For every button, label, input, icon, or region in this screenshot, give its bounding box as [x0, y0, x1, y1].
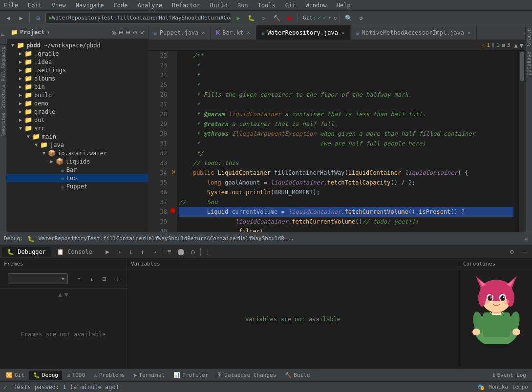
tree-root[interactable]: ▼ 📁 pbdd ~/workspace/pbdd — [7, 41, 148, 49]
sidebar-expand-button[interactable]: ⊞ — [126, 28, 130, 36]
debug-button[interactable]: 🐛 — [246, 13, 256, 23]
tree-item-gradle[interactable]: ▶ 📁 .gradle — [7, 49, 148, 58]
menu-item-navigate[interactable]: Navigate — [74, 1, 106, 10]
back-button[interactable]: ◀ — [3, 13, 14, 23]
bottom-tab-database-changes[interactable]: 🗄 Database Changes — [213, 371, 280, 380]
left-tool-structure[interactable]: Structure — [0, 83, 6, 111]
debug-evaluate-button[interactable]: ≡ — [164, 247, 175, 257]
menu-item-refactor[interactable]: Refactor — [170, 1, 202, 10]
menu-item-edit[interactable]: Edit — [26, 1, 44, 10]
git-tab-label: Git — [15, 372, 24, 378]
menu-item-file[interactable]: File — [2, 1, 20, 10]
tab-bar-close[interactable]: ✕ — [246, 29, 251, 36]
tree-item-out[interactable]: ▶ 📁 out — [7, 116, 148, 124]
left-tool-favorites[interactable]: Favorites — [0, 111, 6, 139]
code-content[interactable]: /** * * * * Fills the given container to… — [177, 51, 515, 232]
bottom-tab-event-log[interactable]: ℹ Event Log — [489, 371, 530, 380]
coverage-button[interactable]: ▷ — [258, 13, 269, 23]
frames-thread-dropdown[interactable]: ▾ — [8, 273, 68, 284]
tab-puppet-close[interactable]: ✕ — [201, 29, 206, 36]
debug-run-to-cursor-button[interactable]: → — [149, 247, 160, 257]
tree-item-package[interactable]: ▼ 📦 io.acari.water — [7, 149, 148, 157]
menu-item-code[interactable]: Code — [112, 1, 130, 10]
tree-item-gradle2[interactable]: ▶ 📁 gradle — [7, 107, 148, 116]
debug-settings-button[interactable]: ⚙ — [507, 247, 517, 257]
run-config-dropdown[interactable]: ▶ WaterRepositoryTest.fillContainerHalfW… — [45, 13, 231, 23]
git-checkmark-2[interactable]: ✓ — [323, 15, 326, 21]
bottom-tab-todo[interactable]: ☑ TODO — [63, 371, 89, 380]
tab-nativemethodaccessorimpl-java[interactable]: ☕ NativeMethodAccessorImpl.java ✕ — [351, 25, 477, 40]
stop-button[interactable]: ■ — [284, 13, 295, 23]
tree-item-main[interactable]: ▼ 📁 main — [7, 132, 148, 141]
menu-item-tools[interactable]: Tools — [256, 1, 277, 10]
tab-nativemethodaccessorimpl-close[interactable]: ✕ — [467, 29, 471, 36]
tree-item-build[interactable]: ▶ 📁 build — [7, 91, 148, 99]
menu-item-window[interactable]: Window — [303, 1, 328, 10]
tree-item-java[interactable]: ▼ 📁 java — [7, 141, 148, 149]
frames-up-button[interactable]: ↑ — [74, 273, 85, 284]
code-editor[interactable]: 22 23 24 25 26 27 28 29 30 31 32 33 34 3… — [149, 51, 525, 232]
tab-puppet-java[interactable]: ☕ Puppet.java ✕ — [149, 25, 211, 40]
bottom-tab-terminal[interactable]: ▶ Terminal — [130, 371, 169, 380]
sidebar-collapse-button[interactable]: ⊟ — [119, 28, 123, 36]
bottom-tab-profiler[interactable]: 📊 Profiler — [170, 371, 212, 380]
tree-item-src[interactable]: ▼ 📁 src — [7, 124, 148, 132]
tree-item-liquids[interactable]: ▶ 📦 liquids — [7, 157, 148, 165]
bottom-tab-git[interactable]: 🔀 Git — [2, 371, 28, 380]
tree-item-foo[interactable]: ☕ Foo — [7, 174, 148, 182]
tree-item-puppet[interactable]: ☕ Puppet — [7, 182, 148, 190]
frames-filter-button[interactable]: ⊟ — [99, 273, 110, 284]
vertical-scrollbar-track[interactable] — [519, 51, 525, 232]
vertical-scrollbar-thumb[interactable] — [520, 52, 524, 81]
settings-button[interactable]: ⚙ — [356, 13, 366, 23]
breakpoint-38[interactable] — [170, 208, 175, 213]
tab-waterrepository-java[interactable]: ☕ WaterRepository.java ✕ — [256, 25, 351, 40]
search-everywhere-button[interactable]: 🔍 — [343, 13, 354, 23]
bottom-tab-build[interactable]: 🔨 Build — [281, 371, 314, 380]
database-panel-label[interactable]: Database — [526, 49, 532, 78]
tree-item-settings[interactable]: ▶ 📁 .settings — [7, 66, 148, 74]
tree-item-demo[interactable]: ▶ 📁 demo — [7, 99, 148, 107]
git-push-icon[interactable]: ↑ — [328, 15, 332, 21]
menu-item-analyze[interactable]: Analyze — [135, 1, 164, 10]
tree-item-bar[interactable]: ☕ Bar — [7, 165, 148, 174]
git-update-icon[interactable]: ↻ — [333, 15, 337, 21]
git-checkmark-1[interactable]: ✓ — [318, 15, 321, 21]
debug-step-out-button[interactable]: ↑ — [137, 247, 148, 257]
debug-step-into-button[interactable]: ↓ — [126, 247, 136, 257]
debug-tab-debugger[interactable]: 🐛 Debugger — [2, 247, 51, 257]
debug-resume-button[interactable]: ▶ — [102, 247, 113, 257]
nav-down-button[interactable]: ▼ — [520, 42, 523, 49]
debug-more-button[interactable]: ⋮ — [203, 247, 213, 257]
gradle-panel-label[interactable]: Gradle — [526, 25, 532, 49]
sidebar-settings-button[interactable]: ⚙ — [133, 28, 137, 36]
debug-mute-button[interactable]: ○ — [188, 247, 198, 257]
run-button[interactable]: ▶ — [233, 13, 244, 23]
bottom-tab-problems[interactable]: ⚠ Problems — [90, 371, 129, 380]
tree-item-albums[interactable]: ▶ 📁 albums — [7, 74, 148, 83]
menu-item-help[interactable]: Help — [335, 1, 353, 10]
forward-button[interactable]: ▶ — [16, 13, 26, 23]
tab-waterrepository-close[interactable]: ✕ — [340, 29, 345, 36]
tab-bar-kt[interactable]: K Bar.kt ✕ — [211, 25, 256, 40]
debug-tab-console[interactable]: 📋 Console — [52, 247, 97, 257]
debug-breakpoints-button[interactable]: ⬤ — [176, 247, 187, 257]
tree-item-idea[interactable]: ▶ 📁 .idea — [7, 58, 148, 66]
debug-minimize-button[interactable]: — — [519, 247, 530, 257]
main-toolbar: ◀ ▶ ⊞ ▶ WaterRepositoryTest.fillContaine… — [0, 11, 532, 25]
frames-add-button[interactable]: + — [112, 273, 123, 284]
build-button[interactable]: 🔨 — [271, 13, 282, 23]
tree-item-bin[interactable]: ▶ 📁 bin — [7, 83, 148, 91]
debug-close-button[interactable]: ✕ — [525, 235, 528, 242]
bottom-tab-debug[interactable]: 🐛 Debug — [29, 371, 62, 380]
frames-down-button[interactable]: ↓ — [86, 273, 97, 284]
menu-item-build[interactable]: Build — [208, 1, 230, 10]
sidebar-locate-button[interactable]: ◎ — [112, 28, 116, 36]
sidebar-close-button[interactable]: ✕ — [140, 28, 144, 36]
menu-item-run[interactable]: Run — [235, 1, 250, 10]
left-tool-pull-requests[interactable]: Pull Requests — [0, 45, 6, 83]
nav-up-button[interactable]: ▲ — [514, 42, 518, 49]
menu-item-view[interactable]: View — [50, 1, 68, 10]
debug-step-over-button[interactable]: ↷ — [114, 247, 125, 257]
menu-item-git[interactable]: Git — [283, 1, 298, 10]
